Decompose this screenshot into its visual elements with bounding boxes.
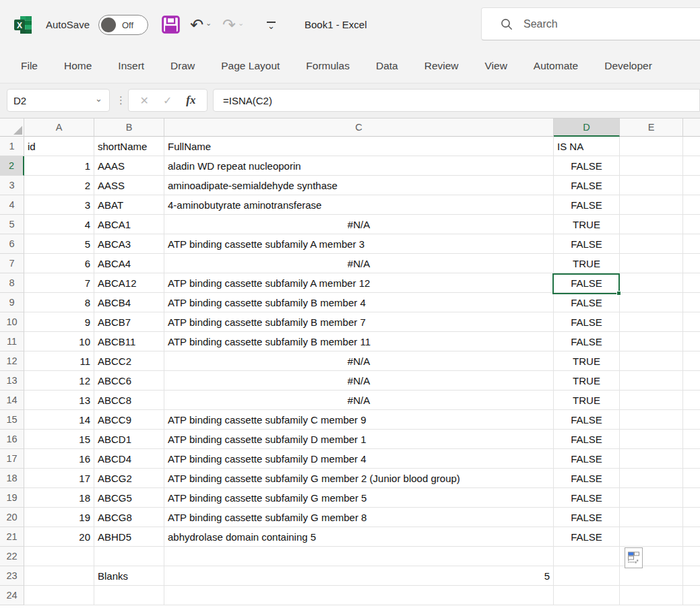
cell-D21[interactable]: FALSE (554, 527, 620, 547)
cell-F7[interactable] (683, 254, 700, 273)
cell-B6[interactable]: ABCA3 (94, 234, 164, 254)
cell-A3[interactable]: 2 (24, 176, 94, 195)
cell-A8[interactable]: 7 (24, 273, 94, 293)
cell-C7[interactable]: #N/A (164, 254, 554, 273)
tab-data[interactable]: Data (376, 60, 398, 72)
cell-B4[interactable]: ABAT (94, 195, 164, 215)
cell-D2[interactable]: FALSE (554, 156, 620, 176)
cell-A19[interactable]: 18 (24, 488, 94, 508)
cell-A14[interactable]: 13 (24, 391, 94, 410)
cell-E19[interactable] (620, 488, 683, 508)
cell-F15[interactable] (683, 410, 700, 430)
cell-E8[interactable] (620, 273, 683, 293)
tab-review[interactable]: Review (424, 60, 459, 72)
cell-F24[interactable] (683, 586, 700, 605)
cell-B1[interactable]: shortName (94, 137, 164, 156)
cell-A24[interactable] (24, 586, 94, 605)
undo-button[interactable]: ↶ ⌄ (190, 0, 212, 49)
cell-E5[interactable] (620, 215, 683, 234)
cell-F4[interactable] (683, 195, 700, 215)
row-header-2[interactable]: 2 (0, 156, 24, 176)
tab-file[interactable]: File (21, 60, 38, 72)
cell-A22[interactable] (24, 547, 94, 566)
row-header-3[interactable]: 3 (0, 176, 24, 195)
cell-D20[interactable]: FALSE (554, 508, 620, 527)
cell-D1[interactable]: IS NA (554, 137, 620, 156)
tab-home[interactable]: Home (64, 60, 92, 72)
cell-C1[interactable]: FullName (164, 137, 554, 156)
cell-A5[interactable]: 4 (24, 215, 94, 234)
cell-E6[interactable] (620, 234, 683, 254)
cell-D3[interactable]: FALSE (554, 176, 620, 195)
cell-D24[interactable] (554, 586, 620, 605)
row-header-14[interactable]: 14 (0, 391, 24, 410)
cell-C20[interactable]: ATP binding cassette subfamily G member … (164, 508, 554, 527)
cell-F1[interactable] (683, 137, 700, 156)
cell-C4[interactable]: 4-aminobutyrate aminotransferase (164, 195, 554, 215)
cell-A11[interactable]: 10 (24, 332, 94, 351)
cell-C23[interactable]: 5 (164, 566, 554, 586)
row-header-16[interactable]: 16 (0, 430, 24, 449)
column-header-partial[interactable] (683, 119, 700, 137)
row-header-4[interactable]: 4 (0, 195, 24, 215)
cell-F21[interactable] (683, 527, 700, 547)
cell-D15[interactable]: FALSE (554, 410, 620, 430)
cell-B2[interactable]: AAAS (94, 156, 164, 176)
tab-view[interactable]: View (485, 60, 507, 72)
auto-fill-options-button[interactable] (625, 547, 643, 568)
cell-A4[interactable]: 3 (24, 195, 94, 215)
cell-B15[interactable]: ABCC9 (94, 410, 164, 430)
formula-bar-drag-handle[interactable]: ⋮ (116, 89, 126, 112)
cell-E4[interactable] (620, 195, 683, 215)
cell-E16[interactable] (620, 430, 683, 449)
cell-E3[interactable] (620, 176, 683, 195)
column-header-A[interactable]: A (24, 119, 94, 137)
cell-F2[interactable] (683, 156, 700, 176)
cell-F13[interactable] (683, 371, 700, 391)
cell-D9[interactable]: FALSE (554, 293, 620, 312)
cell-C18[interactable]: ATP binding cassette subfamily G member … (164, 469, 554, 488)
cell-C16[interactable]: ATP binding cassette subfamily D member … (164, 430, 554, 449)
cell-A1[interactable]: id (24, 137, 94, 156)
tab-developer[interactable]: Developer (604, 60, 652, 72)
row-header-1[interactable]: 1 (0, 137, 24, 156)
cell-B16[interactable]: ABCD1 (94, 430, 164, 449)
cell-F6[interactable] (683, 234, 700, 254)
cell-C14[interactable]: #N/A (164, 391, 554, 410)
cell-D12[interactable]: TRUE (554, 351, 620, 371)
cell-C22[interactable] (164, 547, 554, 566)
cell-D17[interactable]: FALSE (554, 449, 620, 469)
cell-E9[interactable] (620, 293, 683, 312)
cancel-icon[interactable]: ✕ (140, 94, 149, 107)
quick-access-overflow-button[interactable]: ⌄ (267, 0, 276, 49)
cell-E24[interactable] (620, 586, 683, 605)
save-button[interactable] (162, 0, 180, 49)
cell-D18[interactable]: FALSE (554, 469, 620, 488)
cell-E10[interactable] (620, 312, 683, 332)
row-header-15[interactable]: 15 (0, 410, 24, 430)
cell-A17[interactable]: 16 (24, 449, 94, 469)
cell-B11[interactable]: ABCB11 (94, 332, 164, 351)
cell-A23[interactable] (24, 566, 94, 586)
cell-F10[interactable] (683, 312, 700, 332)
cell-A20[interactable]: 19 (24, 508, 94, 527)
cell-C2[interactable]: aladin WD repeat nucleoporin (164, 156, 554, 176)
cell-F18[interactable] (683, 469, 700, 488)
cell-A10[interactable]: 9 (24, 312, 94, 332)
cell-A6[interactable]: 5 (24, 234, 94, 254)
fill-handle[interactable] (616, 291, 621, 296)
search-input[interactable]: Search (481, 7, 700, 40)
cell-B7[interactable]: ABCA4 (94, 254, 164, 273)
cell-F22[interactable] (683, 547, 700, 566)
cell-B9[interactable]: ABCB4 (94, 293, 164, 312)
cell-D5[interactable]: TRUE (554, 215, 620, 234)
cell-A21[interactable]: 20 (24, 527, 94, 547)
cell-F17[interactable] (683, 449, 700, 469)
cell-E17[interactable] (620, 449, 683, 469)
column-header-C[interactable]: C (164, 119, 554, 137)
row-header-11[interactable]: 11 (0, 332, 24, 351)
cell-C8[interactable]: ATP binding cassette subfamily A member … (164, 273, 554, 293)
cell-B19[interactable]: ABCG5 (94, 488, 164, 508)
cell-C21[interactable]: abhydrolase domain containing 5 (164, 527, 554, 547)
cell-D10[interactable]: FALSE (554, 312, 620, 332)
